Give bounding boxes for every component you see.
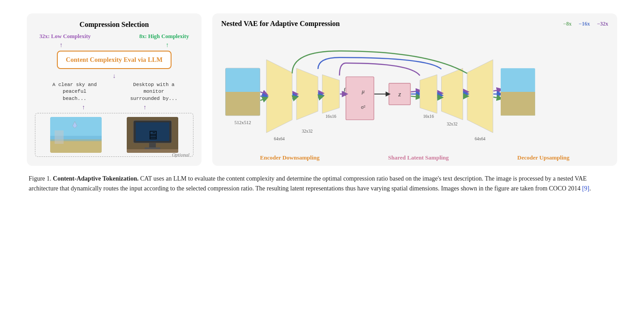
right-panel-header: Nested VAE for Adaptive Compression −8x …: [221, 20, 608, 28]
svg-marker-14: [266, 60, 292, 133]
beach-img-visual: [50, 117, 102, 153]
svg-line-39: [411, 96, 419, 97]
vae-diagram: 512x512 64x64 32x32 16x16: [221, 31, 608, 152]
arrow-up-right: ↑: [166, 42, 169, 49]
arrow-down-llm: ↓: [113, 73, 116, 80]
images-row: Optional: [35, 113, 193, 157]
svg-text:64x64: 64x64: [274, 136, 285, 141]
desktop-caption: Desktop with a monitorsurrounded by...: [129, 82, 179, 102]
high-complexity-label: 8x: High Complexity: [139, 33, 189, 40]
svg-rect-7: [149, 143, 156, 147]
desktop-img-visual: [127, 117, 178, 153]
svg-line-51: [494, 97, 500, 99]
legend-32x: −32x: [597, 21, 608, 27]
svg-rect-53: [501, 92, 535, 116]
legend-8x: −8x: [563, 21, 571, 27]
vae-svg: 512x512 64x64 32x32 16x16: [221, 31, 608, 152]
arrow-img-right: ↑: [143, 104, 146, 111]
svg-marker-15: [296, 68, 318, 120]
caption-bold-text: Content-Adaptive Tokenization.: [53, 175, 138, 182]
svg-text:32x32: 32x32: [447, 121, 458, 126]
decoder-caption: Decoder Upsampling: [517, 154, 569, 161]
right-panel-title: Nested VAE for Adaptive Compression: [221, 20, 340, 28]
arrow-row: ↑ ↑: [35, 42, 193, 49]
svg-line-37: [411, 91, 419, 92]
legend-16x: −16x: [579, 21, 590, 27]
arrow-up-img-row: ↑ ↑: [35, 104, 193, 111]
svg-text:512x512: 512x512: [235, 120, 251, 125]
caption-figure-label: Figure 1.: [29, 175, 52, 182]
svg-text:32x32: 32x32: [302, 129, 313, 134]
svg-marker-40: [420, 75, 437, 113]
svg-text:16x16: 16x16: [423, 114, 434, 119]
left-panel: Compression Selection 32x: Low Complexit…: [27, 13, 202, 166]
figure-container: Compression Selection 32x: Low Complexit…: [27, 13, 617, 166]
svg-line-20: [260, 92, 266, 94]
arrow-up-left: ↑: [60, 42, 63, 49]
svg-rect-1: [50, 139, 102, 153]
svg-text:{: {: [342, 86, 347, 96]
svg-line-25: [292, 97, 296, 98]
low-complexity-label: 32x: Low Complexity: [39, 33, 91, 40]
svg-line-28: [318, 97, 322, 98]
svg-marker-42: [467, 60, 493, 133]
svg-text:μ: μ: [361, 88, 365, 95]
vae-captions: Encoder Downsampling Shared Latent Sampl…: [221, 154, 608, 161]
right-panel: Nested VAE for Adaptive Compression −8x …: [212, 13, 617, 166]
caption-ref: [9]: [582, 185, 589, 192]
svg-rect-3: [50, 136, 102, 141]
svg-rect-12: [226, 92, 260, 116]
encoder-caption: Encoder Downsampling: [260, 154, 319, 161]
caption-suffix: .: [589, 185, 591, 192]
svg-rect-29: [346, 77, 374, 120]
svg-marker-16: [322, 75, 339, 113]
beach-image: [50, 117, 102, 153]
svg-text:16x16: 16x16: [326, 114, 336, 119]
svg-text:64x64: 64x64: [475, 136, 485, 141]
svg-text:z: z: [398, 90, 401, 98]
optional-label: Optional: [172, 152, 189, 157]
svg-rect-6: [136, 122, 169, 141]
svg-rect-9: [127, 149, 178, 153]
figure-caption: Figure 1. Content-Adaptive Tokenization.…: [27, 174, 617, 194]
svg-text:σ²: σ²: [361, 104, 365, 110]
caption-row: A clear sky andpeaceful beach... Desktop…: [35, 82, 193, 102]
svg-marker-41: [442, 68, 463, 120]
svg-rect-8: [145, 147, 160, 149]
arrow-img-left: ↑: [82, 104, 85, 111]
llm-box: Content Complexity Eval via LLM: [57, 51, 172, 69]
compression-legend: −8x −16x −32x: [563, 21, 608, 27]
complexity-labels: 32x: Low Complexity 8x: High Complexity: [35, 33, 193, 40]
desktop-image: [127, 117, 178, 153]
svg-line-49: [494, 90, 500, 91]
beach-caption: A clear sky andpeaceful beach...: [50, 82, 99, 102]
left-panel-title: Compression Selection: [80, 21, 149, 29]
sampler-caption: Shared Latent Sampling: [388, 154, 449, 161]
svg-line-22: [260, 98, 266, 100]
